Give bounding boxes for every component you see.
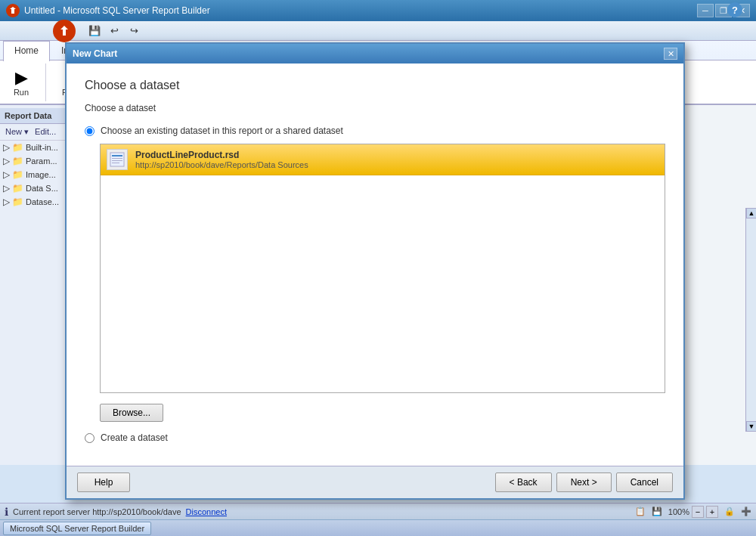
scroll-track [746,218,756,421]
dataset-name: ProductLineProduct.rsd [135,150,308,160]
title-bar-left: Untitled - Microsoft SQL Server Report B… [6,4,210,17]
sidebar-toolbar: New ▾ Edit... [0,124,69,141]
folder-icon-param: 📁 [12,156,23,166]
dialog-title: New Chart [73,48,117,59]
sidebar-label-builtin: Built-in... [26,143,58,152]
radio-existing-input[interactable] [85,126,94,136]
dataset-list: ProductLineProduct.rsd http://sp2010/boo… [100,144,665,393]
scroll-down-btn[interactable]: ▼ [746,421,756,432]
sidebar-label-image: Image... [26,170,56,179]
radio-existing-label[interactable]: Choose an existing dataset in this repor… [101,125,343,136]
undo-quick-button[interactable]: ↩ [106,23,122,39]
quick-access-toolbar: 💾 ↩ ↪ [0,21,756,41]
folder-icon-image: 📁 [12,169,23,180]
cancel-button[interactable]: Cancel [616,472,673,492]
app-icon [6,4,20,17]
folder-icon-builtin: 📁 [12,142,23,153]
window-title: Untitled - Microsoft SQL Server Report B… [24,5,210,16]
status-icon-shield: 🔒 [724,507,735,516]
sidebar-item-image[interactable]: ▷ 📁 Image... [0,168,69,181]
status-right: 📋 💾 100% − + 🔒 ➕ [635,506,751,518]
run-label: Run [14,88,29,97]
sidebar-label-param: Param... [26,156,57,166]
dataset-item-productline[interactable]: ProductLineProduct.rsd http://sp2010/boo… [101,144,665,175]
expand-icon-param: ▷ [3,156,10,166]
help-button[interactable]: Help [77,472,130,492]
svg-rect-6 [112,163,119,163]
taskbar: Microsoft SQL Server Report Builder [0,519,756,536]
redo-quick-button[interactable]: ↪ [125,23,142,39]
status-bar: ℹ Current report server http://sp2010/bo… [0,503,756,519]
status-icon-add: ➕ [741,507,751,516]
disconnect-link[interactable]: Disconnect [186,507,227,516]
expand-icon: ▷ [3,142,10,153]
edit-button[interactable]: Edit... [33,126,58,138]
svg-rect-5 [112,160,122,161]
ribbon-divider-1 [45,64,46,101]
minimize-button[interactable]: ─ [697,4,714,17]
sidebar-item-param[interactable]: ▷ 📁 Param... [0,154,69,168]
status-icon-1: 📋 [635,507,646,516]
dialog-subtitle: Choose a dataset [85,103,665,113]
browse-button[interactable]: Browse... [100,404,163,422]
dataset-path: http://sp2010/book/dave/Reports/Data Sou… [135,160,308,169]
status-info-icon: ℹ [5,506,8,518]
dialog-body: Choose a dataset Choose a dataset Choose… [67,64,683,466]
help-icon[interactable]: ? [727,2,742,17]
svg-rect-4 [112,158,122,159]
sidebar-label-dataset: Datase... [26,197,59,206]
run-button[interactable]: ▶ Run [6,64,36,101]
dialog-footer: Help < Back Next > Cancel [67,466,683,498]
run-icon: ▶ [15,68,28,88]
sidebar-header[interactable]: Report Data [0,108,69,124]
sidebar-item-dataset[interactable]: ▷ 📁 Datase... [0,195,69,209]
folder-icon-ds: 📁 [12,183,23,194]
svg-rect-2 [110,153,124,166]
scroll-up-btn[interactable]: ▲ [746,208,756,218]
expand-icon-ds: ▷ [3,183,10,194]
zoom-control: 100% − + [668,506,718,518]
svg-rect-3 [112,155,122,156]
taskbar-reportbuilder[interactable]: Microsoft SQL Server Report Builder [3,522,151,535]
status-text: Current report server http://sp2010/book… [13,507,181,516]
ribbon-app-icon [53,20,76,42]
right-scrollbar[interactable]: ▲ ▼ [745,208,756,432]
radio-create-input[interactable] [85,433,94,443]
radio-create-label[interactable]: Create a dataset [101,432,168,443]
new-button[interactable]: New ▾ [3,126,31,138]
dialog-nav-buttons: < Back Next > Cancel [495,472,673,492]
folder-icon-dataset: 📁 [12,197,23,207]
zoom-level: 100% [668,507,689,516]
radio-option-existing: Choose an existing dataset in this repor… [85,125,665,136]
back-button[interactable]: < Back [495,472,552,492]
radio-option-create: Create a dataset [85,432,665,443]
dialog-main-heading: Choose a dataset [85,79,665,92]
new-chart-dialog: New Chart ✕ Choose a dataset Choose a da… [65,42,685,500]
expand-icon-image: ▷ [3,169,10,180]
sidebar-item-builtin[interactable]: ▷ 📁 Built-in... [0,141,69,154]
zoom-out-button[interactable]: − [692,506,704,518]
next-button[interactable]: Next > [556,472,612,492]
dialog-close-button[interactable]: ✕ [664,48,677,60]
sidebar: Report Data New ▾ Edit... ▷ 📁 Built-in..… [0,105,70,465]
status-icon-2: 💾 [652,507,662,516]
title-bar: Untitled - Microsoft SQL Server Report B… [0,0,756,21]
expand-icon-dataset: ▷ [3,197,10,207]
dialog-title-bar: New Chart ✕ [67,44,683,64]
zoom-in-button[interactable]: + [706,506,718,518]
tab-home[interactable]: Home [3,41,50,61]
sidebar-label-ds: Data S... [26,184,58,193]
save-quick-button[interactable]: 💾 [86,23,103,39]
sidebar-item-datasource[interactable]: ▷ 📁 Data S... [0,181,69,195]
dataset-item-icon [107,149,128,170]
dataset-item-info: ProductLineProduct.rsd http://sp2010/boo… [135,150,308,169]
